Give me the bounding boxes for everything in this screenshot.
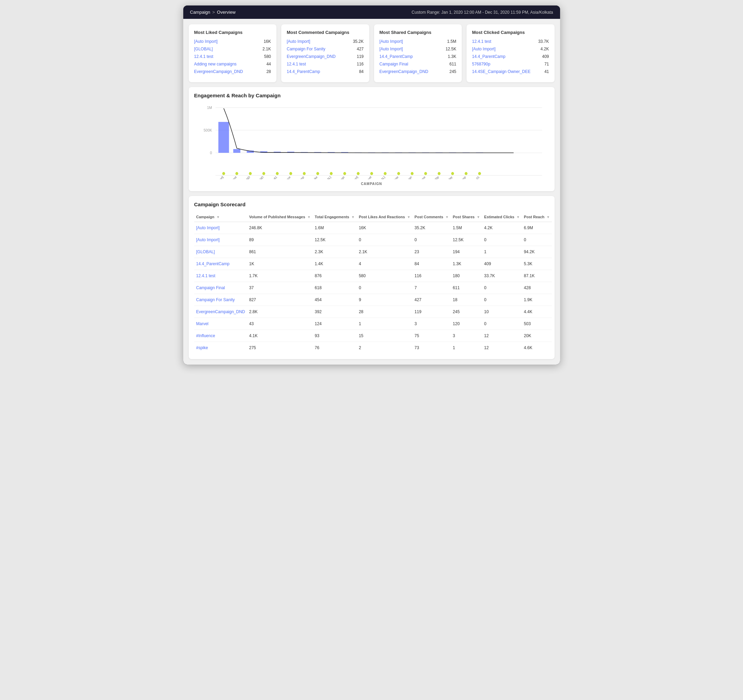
cell-reach-1: 0 [522, 234, 552, 246]
most-commented-link-1[interactable]: [Auto Import] [287, 39, 310, 44]
most-clicked-val-1: 33.7K [538, 39, 549, 44]
most-commented-link-2[interactable]: Campaign For Sanity [287, 47, 326, 52]
most-clicked-val-3: 409 [542, 54, 549, 59]
most-liked-link-3[interactable]: 12.4.1 test [194, 54, 213, 59]
chart-title: Engagement & Reach by Campaign [194, 93, 549, 98]
cell-clicks-5: 0 [482, 282, 522, 294]
campaign-link-8[interactable]: Marvel [196, 321, 209, 326]
campaign-link-7[interactable]: EvergreenCampaign_DND [196, 309, 245, 314]
most-clicked-link-5[interactable]: 14.4SE_Campaign Owner_DEE [472, 69, 531, 74]
dot-13 [384, 172, 386, 175]
cell-volume-0: 246.8K [247, 222, 313, 234]
table-row: Campaign For Sanity 827 454 9 427 18 0 1… [194, 294, 552, 306]
dot-4 [262, 172, 265, 175]
campaign-link-4[interactable]: 12.4.1 test [196, 274, 216, 278]
most-shared-link-3[interactable]: 14.4_ParentCamp [380, 54, 413, 59]
most-clicked-link-4[interactable]: 5768790p [472, 62, 490, 67]
col-volume[interactable]: Volume of Published Messages ▼ [247, 212, 313, 222]
most-liked-link-4[interactable]: Adding new campaigns [194, 62, 237, 67]
dot-11 [357, 172, 359, 175]
svg-text:EvergreenCampaign_DND: EvergreenCampaign_DND [224, 175, 250, 179]
dot-1 [222, 172, 225, 175]
cell-shares-4: 180 [451, 270, 483, 282]
most-shared-item-5: EvergreenCampaign_DND 245 [380, 69, 457, 74]
chart-bar-2 [233, 149, 240, 153]
cell-comments-1: 0 [413, 234, 451, 246]
campaign-link-0[interactable]: [Auto Import] [196, 225, 220, 230]
campaign-link-6[interactable]: Campaign For Sanity [196, 297, 235, 302]
campaign-link-10[interactable]: #spike [196, 345, 208, 350]
campaign-link-2[interactable]: [GLOBAL] [196, 249, 215, 254]
campaign-link-1[interactable]: [Auto Import] [196, 237, 220, 242]
most-shared-card: Most Shared Campaigns [Auto Import] 1.5M… [374, 24, 462, 82]
most-clicked-link-3[interactable]: 14.4_ParentCamp [472, 54, 505, 59]
cell-comments-0: 35.2K [413, 222, 451, 234]
most-shared-link-5[interactable]: EvergreenCampaign_DND [380, 69, 429, 74]
col-campaign[interactable]: Campaign ▼ [194, 212, 247, 222]
cell-shares-8: 120 [451, 318, 483, 330]
cell-likes-1: 0 [357, 234, 413, 246]
most-liked-card: Most Liked Campaigns [Auto Import] 16K [… [189, 24, 277, 82]
cell-reach-6: 1.9K [522, 294, 552, 306]
cell-comments-6: 427 [413, 294, 451, 306]
campaign-link-9[interactable]: #Influence [196, 333, 215, 338]
table-row: EvergreenCampaign_DND 2.8K 392 28 119 24… [194, 306, 552, 318]
cell-reach-4: 87.1K [522, 270, 552, 282]
col-clicks[interactable]: Estimated Clicks ▼ [482, 212, 522, 222]
cell-clicks-2: 1 [482, 246, 522, 258]
most-commented-link-3[interactable]: EvergreenCampaign_DND [287, 54, 336, 59]
col-likes[interactable]: Post Likes And Reactions ▼ [357, 212, 413, 222]
most-liked-link-5[interactable]: EvergreenCampaign_DND [194, 69, 243, 74]
most-shared-link-2[interactable]: [Auto Import] [380, 47, 403, 52]
cell-likes-4: 580 [357, 270, 413, 282]
most-commented-link-4[interactable]: 12.4.1 test [287, 62, 306, 67]
most-clicked-link-1[interactable]: 12.4.1 test [472, 39, 491, 44]
svg-text:[Auto Import]: [Auto Import] [210, 175, 224, 179]
top-bar: Campaign > Overview Custom Range: Jan 1,… [183, 6, 560, 19]
col-comments[interactable]: Post Comments ▼ [413, 212, 451, 222]
most-commented-item-5: 14.4_ParentCamp 84 [287, 69, 364, 74]
cell-total-eng-2: 2.3K [313, 246, 357, 258]
most-commented-card: Most Commented Campaigns [Auto Import] 3… [281, 24, 369, 82]
most-shared-link-4[interactable]: Campaign Final [380, 62, 409, 67]
sort-icon-shares: ▼ [477, 215, 480, 219]
cell-reach-7: 4.4K [522, 306, 552, 318]
most-shared-title: Most Shared Campaigns [380, 30, 457, 35]
cell-volume-7: 2.8K [247, 306, 313, 318]
cell-total-eng-9: 93 [313, 330, 357, 342]
most-commented-val-4: 116 [357, 62, 363, 67]
campaign-link-5[interactable]: Campaign Final [196, 286, 225, 290]
sort-icon-likes: ▼ [407, 215, 410, 219]
most-shared-link-1[interactable]: [Auto Import] [380, 39, 403, 44]
svg-text:Marvel: Marvel [363, 175, 372, 179]
most-liked-link-2[interactable]: [GLOBAL] [194, 47, 213, 52]
svg-text:0: 0 [210, 151, 212, 155]
cell-volume-3: 1K [247, 258, 313, 270]
most-clicked-link-2[interactable]: [Auto Import] [472, 47, 496, 52]
breadcrumb-parent[interactable]: Campaign [190, 10, 210, 15]
svg-text:#Influence: #Influence [280, 175, 291, 179]
reach-line [223, 108, 513, 153]
table-row: [Auto Import] 89 12.5K 0 0 12.5K 0 0 [194, 234, 552, 246]
cell-clicks-3: 409 [482, 258, 522, 270]
cell-reach-8: 503 [522, 318, 552, 330]
cell-comments-3: 84 [413, 258, 451, 270]
most-liked-link-1[interactable]: [Auto Import] [194, 39, 218, 44]
col-shares[interactable]: Post Shares ▼ [451, 212, 483, 222]
most-commented-val-3: 119 [357, 54, 363, 59]
cell-clicks-10: 12 [482, 342, 522, 354]
most-clicked-item-2: [Auto Import] 4.2K [472, 47, 549, 52]
col-total-eng[interactable]: Total Engagements ▼ [313, 212, 357, 222]
campaign-link-3[interactable]: 14.4_ParentCamp [196, 262, 229, 266]
most-commented-item-2: Campaign For Sanity 427 [287, 47, 364, 52]
table-row: #spike 275 76 2 73 1 12 4.6K [194, 342, 552, 354]
cell-campaign-3: 14.4_ParentCamp [194, 258, 247, 270]
col-reach[interactable]: Post Reach ▼ [522, 212, 552, 222]
cell-campaign-7: EvergreenCampaign_DND [194, 306, 247, 318]
cell-likes-6: 9 [357, 294, 413, 306]
cell-total-eng-10: 76 [313, 342, 357, 354]
sort-icon-volume: ▼ [307, 215, 311, 219]
most-clicked-val-5: 41 [544, 69, 549, 74]
most-commented-link-5[interactable]: 14.4_ParentCamp [287, 69, 320, 74]
most-liked-item-3: 12.4.1 test 580 [194, 54, 271, 59]
